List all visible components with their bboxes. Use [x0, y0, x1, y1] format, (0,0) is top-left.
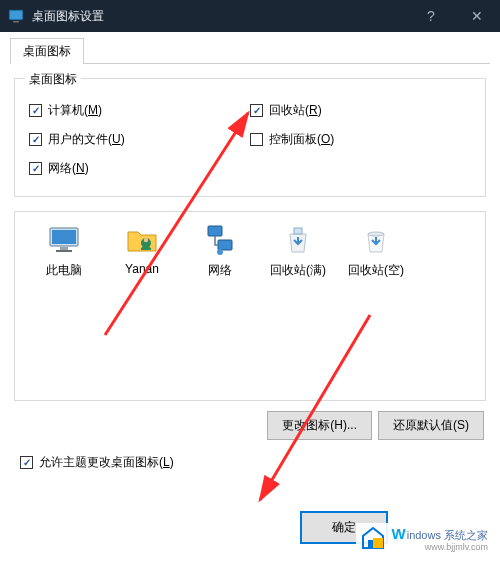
icon-item-user-folder[interactable]: Yanan [103, 222, 181, 276]
checkbox-allow-themes[interactable]: 允许主题更改桌面图标(L) [20, 454, 486, 471]
checkbox-icon [20, 456, 33, 469]
checkbox-label: 允许主题更改桌面图标(L) [39, 454, 174, 471]
icon-caption: 此电脑 [46, 262, 82, 279]
checkbox-label: 计算机(M) [48, 102, 102, 119]
watermark-url: www.bjjmlv.com [392, 543, 488, 553]
watermark-brand: Windows 系统之家 [392, 526, 488, 543]
watermark-logo-icon [360, 525, 386, 554]
svg-rect-5 [60, 247, 68, 250]
svg-point-13 [368, 232, 384, 236]
checkbox-grid: 计算机(M) 回收站(R) 用户的文件(U) 控制面板(O) 网络(N) [29, 97, 471, 182]
checkbox-icon [29, 162, 42, 175]
icon-item-recycle-full[interactable]: 回收站(满) [259, 222, 337, 279]
svg-point-11 [217, 249, 223, 255]
checkbox-network[interactable]: 网络(N) [29, 160, 250, 177]
checkbox-recycle-bin[interactable]: 回收站(R) [250, 102, 471, 119]
icon-item-network[interactable]: 网络 [181, 222, 259, 279]
app-icon [8, 8, 24, 24]
restore-defaults-button[interactable]: 还原默认值(S) [378, 411, 484, 440]
checkbox-label: 用户的文件(U) [48, 131, 125, 148]
change-icon-button[interactable]: 更改图标(H)... [267, 411, 372, 440]
desktop-icons-group: 桌面图标 计算机(M) 回收站(R) 用户的文件(U) 控制面板(O) 网络(N… [14, 78, 486, 197]
help-button[interactable]: ? [408, 0, 454, 32]
icon-buttons-row: 更改图标(H)... 还原默认值(S) [10, 411, 484, 440]
window-title: 桌面图标设置 [32, 8, 408, 25]
checkbox-icon [250, 133, 263, 146]
network-icon [202, 222, 238, 258]
watermark: Windows 系统之家 www.bjjmlv.com [356, 523, 492, 556]
checkbox-icon [250, 104, 263, 117]
checkbox-icon [29, 133, 42, 146]
tab-strip: 桌面图标 [10, 38, 490, 64]
icon-caption: 回收站(满) [270, 262, 326, 279]
checkbox-control-panel[interactable]: 控制面板(O) [250, 131, 471, 148]
close-button[interactable]: ✕ [454, 0, 500, 32]
svg-rect-9 [208, 226, 222, 236]
checkbox-computer[interactable]: 计算机(M) [29, 102, 250, 119]
checkbox-label: 网络(N) [48, 160, 89, 177]
svg-point-8 [144, 238, 148, 242]
svg-rect-10 [218, 240, 232, 250]
icon-preview-grid: 此电脑 Yanan 网络 回收站(满) 回收站(空) [14, 211, 486, 401]
svg-rect-12 [294, 228, 302, 234]
svg-rect-17 [368, 540, 373, 548]
dialog-content: 桌面图标 桌面图标 计算机(M) 回收站(R) 用户的文件(U) 控制面板(O) [0, 32, 500, 562]
checkbox-user-files[interactable]: 用户的文件(U) [29, 131, 250, 148]
icon-item-recycle-empty[interactable]: 回收站(空) [337, 222, 415, 279]
checkbox-label: 回收站(R) [269, 102, 322, 119]
svg-rect-4 [52, 230, 76, 244]
icon-item-this-pc[interactable]: 此电脑 [25, 222, 103, 279]
tab-desktop-icons[interactable]: 桌面图标 [10, 38, 84, 64]
svg-rect-1 [10, 11, 22, 19]
user-folder-icon [124, 222, 160, 258]
titlebar: 桌面图标设置 ? ✕ [0, 0, 500, 32]
icon-caption: 回收站(空) [348, 262, 404, 279]
recycle-bin-full-icon [280, 222, 316, 258]
icon-caption: Yanan [125, 262, 159, 276]
checkbox-label: 控制面板(O) [269, 131, 334, 148]
svg-rect-6 [56, 250, 72, 252]
checkbox-icon [29, 104, 42, 117]
icon-caption: 网络 [208, 262, 232, 279]
recycle-bin-empty-icon [358, 222, 394, 258]
svg-rect-2 [13, 21, 19, 23]
svg-rect-16 [373, 538, 383, 548]
group-legend: 桌面图标 [25, 71, 81, 88]
computer-icon [46, 222, 82, 258]
